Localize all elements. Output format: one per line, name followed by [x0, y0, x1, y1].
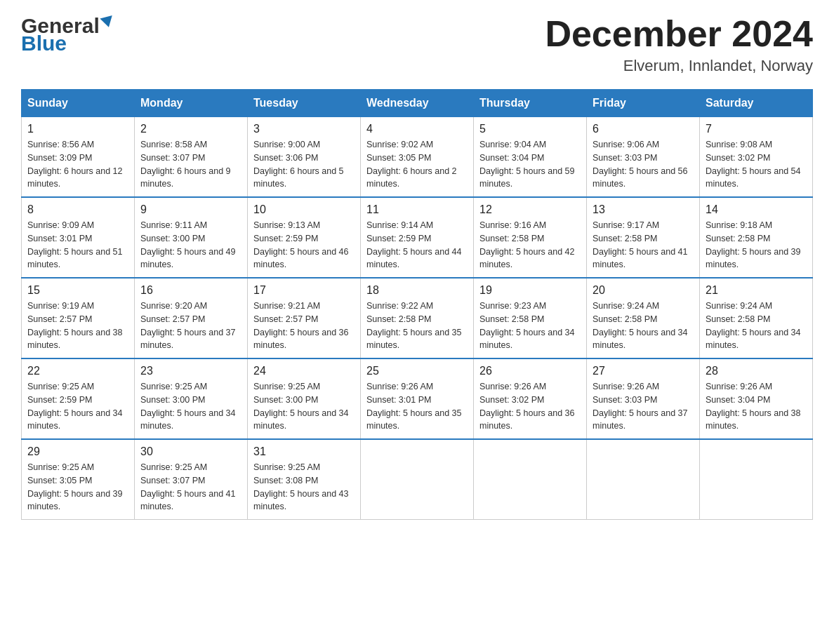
calendar-cell: 7Sunrise: 9:08 AMSunset: 3:02 PMDaylight…	[700, 117, 813, 198]
day-number: 14	[706, 203, 807, 216]
day-info: Sunrise: 9:25 AMSunset: 2:59 PMDaylight:…	[27, 380, 128, 433]
day-info: Sunrise: 9:09 AMSunset: 3:01 PMDaylight:…	[27, 219, 128, 271]
day-number: 17	[253, 284, 355, 297]
day-number: 21	[706, 284, 807, 297]
day-number: 20	[593, 284, 694, 297]
day-number: 6	[593, 123, 694, 135]
day-number: 22	[27, 365, 128, 377]
calendar-cell	[361, 439, 474, 520]
calendar-cell: 10Sunrise: 9:13 AMSunset: 2:59 PMDayligh…	[248, 197, 361, 278]
week-row-3: 15Sunrise: 9:19 AMSunset: 2:57 PMDayligh…	[22, 278, 813, 358]
calendar-cell: 15Sunrise: 9:19 AMSunset: 2:57 PMDayligh…	[22, 278, 135, 358]
calendar-cell: 16Sunrise: 9:20 AMSunset: 2:57 PMDayligh…	[135, 278, 248, 358]
calendar-cell: 23Sunrise: 9:25 AMSunset: 3:00 PMDayligh…	[135, 358, 248, 439]
day-number: 26	[479, 365, 581, 377]
day-info: Sunrise: 9:26 AMSunset: 3:01 PMDaylight:…	[366, 380, 468, 433]
day-info: Sunrise: 9:16 AMSunset: 2:58 PMDaylight:…	[479, 219, 581, 271]
calendar-cell: 13Sunrise: 9:17 AMSunset: 2:58 PMDayligh…	[587, 197, 700, 278]
day-number: 4	[366, 123, 468, 135]
day-info: Sunrise: 9:06 AMSunset: 3:03 PMDaylight:…	[593, 138, 694, 191]
day-info: Sunrise: 9:14 AMSunset: 2:59 PMDaylight:…	[366, 219, 468, 271]
col-sunday: Sunday	[22, 90, 135, 117]
day-number: 27	[593, 365, 694, 377]
calendar-cell: 27Sunrise: 9:26 AMSunset: 3:03 PMDayligh…	[587, 358, 700, 439]
day-number: 7	[706, 123, 807, 135]
day-info: Sunrise: 9:23 AMSunset: 2:58 PMDaylight:…	[479, 300, 581, 352]
title-area: December 2024 Elverum, Innlandet, Norway	[545, 14, 813, 75]
week-row-5: 29Sunrise: 9:25 AMSunset: 3:05 PMDayligh…	[22, 439, 813, 520]
day-number: 9	[140, 203, 241, 216]
day-number: 19	[479, 284, 581, 297]
day-info: Sunrise: 9:24 AMSunset: 2:58 PMDaylight:…	[593, 300, 694, 352]
calendar-cell: 30Sunrise: 9:25 AMSunset: 3:07 PMDayligh…	[135, 439, 248, 520]
logo-blue-text: Blue	[21, 35, 67, 52]
calendar-cell: 25Sunrise: 9:26 AMSunset: 3:01 PMDayligh…	[361, 358, 474, 439]
calendar-cell: 14Sunrise: 9:18 AMSunset: 2:58 PMDayligh…	[700, 197, 813, 278]
day-number: 16	[140, 284, 241, 297]
calendar-cell: 6Sunrise: 9:06 AMSunset: 3:03 PMDaylight…	[587, 117, 700, 198]
week-row-2: 8Sunrise: 9:09 AMSunset: 3:01 PMDaylight…	[22, 197, 813, 278]
calendar-cell: 3Sunrise: 9:00 AMSunset: 3:06 PMDaylight…	[248, 117, 361, 198]
month-title: December 2024	[545, 14, 813, 54]
calendar-cell: 4Sunrise: 9:02 AMSunset: 3:05 PMDaylight…	[361, 117, 474, 198]
day-info: Sunrise: 9:25 AMSunset: 3:00 PMDaylight:…	[140, 380, 241, 433]
day-number: 24	[253, 365, 355, 377]
day-number: 13	[593, 203, 694, 216]
calendar-cell: 22Sunrise: 9:25 AMSunset: 2:59 PMDayligh…	[22, 358, 135, 439]
day-info: Sunrise: 9:25 AMSunset: 3:07 PMDaylight:…	[140, 461, 241, 514]
col-saturday: Saturday	[700, 90, 813, 117]
location-title: Elverum, Innlandet, Norway	[545, 57, 813, 75]
calendar-cell: 20Sunrise: 9:24 AMSunset: 2:58 PMDayligh…	[587, 278, 700, 358]
day-info: Sunrise: 9:18 AMSunset: 2:58 PMDaylight:…	[706, 219, 807, 271]
day-info: Sunrise: 9:24 AMSunset: 2:58 PMDaylight:…	[706, 300, 807, 352]
calendar-cell	[474, 439, 587, 520]
logo: General Blue	[21, 14, 114, 52]
day-number: 29	[27, 445, 128, 458]
day-info: Sunrise: 8:56 AMSunset: 3:09 PMDaylight:…	[27, 138, 128, 191]
day-number: 15	[27, 284, 128, 297]
day-info: Sunrise: 9:02 AMSunset: 3:05 PMDaylight:…	[366, 138, 468, 191]
day-number: 11	[366, 203, 468, 216]
calendar-table: Sunday Monday Tuesday Wednesday Thursday…	[21, 89, 813, 520]
calendar-cell: 19Sunrise: 9:23 AMSunset: 2:58 PMDayligh…	[474, 278, 587, 358]
header: General Blue December 2024 Elverum, Innl…	[21, 14, 813, 75]
col-tuesday: Tuesday	[248, 90, 361, 117]
day-info: Sunrise: 9:22 AMSunset: 2:58 PMDaylight:…	[366, 300, 468, 352]
day-info: Sunrise: 9:08 AMSunset: 3:02 PMDaylight:…	[706, 138, 807, 191]
day-info: Sunrise: 9:04 AMSunset: 3:04 PMDaylight:…	[479, 138, 581, 191]
calendar-cell: 21Sunrise: 9:24 AMSunset: 2:58 PMDayligh…	[700, 278, 813, 358]
day-info: Sunrise: 8:58 AMSunset: 3:07 PMDaylight:…	[140, 138, 241, 191]
day-info: Sunrise: 9:21 AMSunset: 2:57 PMDaylight:…	[253, 300, 355, 352]
day-info: Sunrise: 9:13 AMSunset: 2:59 PMDaylight:…	[253, 219, 355, 271]
calendar-cell: 5Sunrise: 9:04 AMSunset: 3:04 PMDaylight…	[474, 117, 587, 198]
calendar-cell: 29Sunrise: 9:25 AMSunset: 3:05 PMDayligh…	[22, 439, 135, 520]
week-row-4: 22Sunrise: 9:25 AMSunset: 2:59 PMDayligh…	[22, 358, 813, 439]
col-friday: Friday	[587, 90, 700, 117]
day-number: 8	[27, 203, 128, 216]
day-info: Sunrise: 9:26 AMSunset: 3:04 PMDaylight:…	[706, 380, 807, 433]
calendar-cell: 1Sunrise: 8:56 AMSunset: 3:09 PMDaylight…	[22, 117, 135, 198]
day-info: Sunrise: 9:25 AMSunset: 3:00 PMDaylight:…	[253, 380, 355, 433]
day-number: 10	[253, 203, 355, 216]
day-number: 2	[140, 123, 241, 135]
day-info: Sunrise: 9:00 AMSunset: 3:06 PMDaylight:…	[253, 138, 355, 191]
day-number: 3	[253, 123, 355, 135]
day-info: Sunrise: 9:26 AMSunset: 3:03 PMDaylight:…	[593, 380, 694, 433]
day-number: 23	[140, 365, 241, 377]
calendar-cell: 31Sunrise: 9:25 AMSunset: 3:08 PMDayligh…	[248, 439, 361, 520]
day-number: 5	[479, 123, 581, 135]
day-number: 31	[253, 445, 355, 458]
calendar-cell: 17Sunrise: 9:21 AMSunset: 2:57 PMDayligh…	[248, 278, 361, 358]
day-info: Sunrise: 9:17 AMSunset: 2:58 PMDaylight:…	[593, 219, 694, 271]
col-thursday: Thursday	[474, 90, 587, 117]
calendar-cell	[587, 439, 700, 520]
logo-triangle-icon	[100, 15, 114, 28]
calendar-cell: 28Sunrise: 9:26 AMSunset: 3:04 PMDayligh…	[700, 358, 813, 439]
calendar-cell: 11Sunrise: 9:14 AMSunset: 2:59 PMDayligh…	[361, 197, 474, 278]
day-number: 28	[706, 365, 807, 377]
day-info: Sunrise: 9:25 AMSunset: 3:05 PMDaylight:…	[27, 461, 128, 514]
day-info: Sunrise: 9:25 AMSunset: 3:08 PMDaylight:…	[253, 461, 355, 514]
calendar-cell: 9Sunrise: 9:11 AMSunset: 3:00 PMDaylight…	[135, 197, 248, 278]
calendar-cell: 12Sunrise: 9:16 AMSunset: 2:58 PMDayligh…	[474, 197, 587, 278]
week-row-1: 1Sunrise: 8:56 AMSunset: 3:09 PMDaylight…	[22, 117, 813, 198]
